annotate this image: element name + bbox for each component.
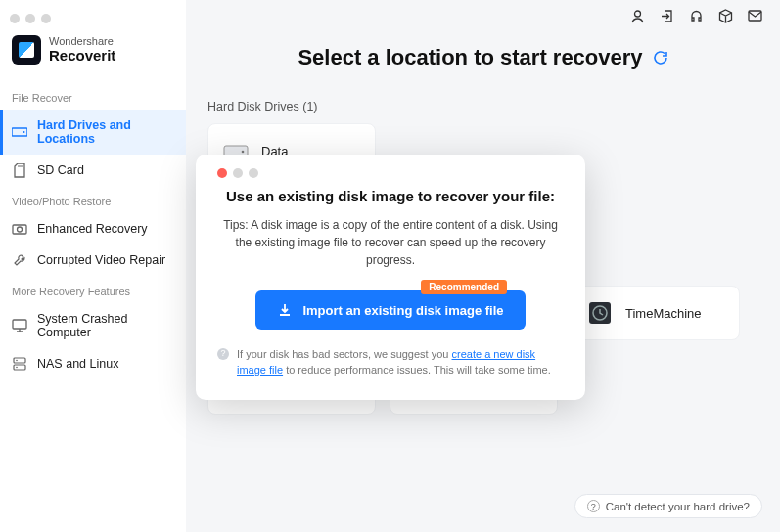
drive-icon bbox=[12, 125, 27, 139]
sdcard-icon bbox=[12, 163, 27, 177]
import-button-label: Import an existing disk image file bbox=[302, 303, 503, 318]
recommended-badge: Recommended bbox=[421, 280, 507, 294]
sidebar-item-sdcard[interactable]: SD Card bbox=[0, 155, 186, 186]
modal-maximize-dot[interactable] bbox=[249, 168, 258, 178]
monitor-icon bbox=[12, 319, 27, 332]
sidebar-item-label: Hard Drives and Locations bbox=[37, 118, 174, 146]
section-more-features: More Recovery Features bbox=[0, 276, 186, 303]
sidebar-item-corrupted-video[interactable]: Corrupted Video Repair bbox=[0, 244, 186, 276]
account-icon[interactable] bbox=[629, 8, 645, 23]
svg-point-8 bbox=[16, 367, 18, 369]
section-file-recover: File Recover bbox=[0, 82, 186, 110]
headset-icon[interactable] bbox=[688, 8, 704, 23]
brand-text: Wondershare Recoverit bbox=[49, 36, 115, 63]
page-title: Select a location to start recovery bbox=[207, 45, 758, 70]
svg-point-3 bbox=[18, 227, 23, 232]
close-dot[interactable] bbox=[10, 14, 20, 23]
sidebar: Wondershare Recoverit File Recover Hard … bbox=[0, 0, 186, 532]
timemachine-icon bbox=[586, 299, 614, 327]
brand-logo: Wondershare Recoverit bbox=[0, 29, 186, 82]
info-icon: ? bbox=[217, 348, 229, 360]
modal-footer: ? If your disk has bad sectors, we sugge… bbox=[217, 347, 564, 378]
page-title-text: Select a location to start recovery bbox=[298, 45, 642, 70]
refresh-icon[interactable] bbox=[653, 50, 668, 66]
sidebar-item-enhanced-recovery[interactable]: Enhanced Recovery bbox=[0, 213, 186, 244]
svg-rect-10 bbox=[749, 11, 761, 21]
camera-icon bbox=[12, 222, 27, 236]
detect-drive-link[interactable]: ? Can't detect your hard drive? bbox=[574, 494, 762, 518]
modal-tip: Tips: A disk image is a copy of the enti… bbox=[217, 216, 564, 269]
login-icon[interactable] bbox=[659, 8, 674, 23]
svg-point-9 bbox=[634, 11, 640, 17]
footer-text: If your disk has bad sectors, we suggest… bbox=[237, 347, 564, 378]
mail-icon[interactable] bbox=[747, 8, 762, 23]
question-icon: ? bbox=[587, 500, 600, 512]
logo-mark-icon bbox=[12, 35, 41, 65]
minimize-dot[interactable] bbox=[25, 14, 35, 23]
modal-close-dot[interactable] bbox=[217, 168, 227, 178]
svg-point-1 bbox=[23, 131, 25, 133]
sidebar-item-label: SD Card bbox=[37, 163, 84, 177]
modal-minimize-dot[interactable] bbox=[233, 168, 243, 178]
footer-post: to reduce performance issues. This will … bbox=[283, 364, 551, 376]
modal-title: Use an existing disk image to recover yo… bbox=[217, 188, 564, 204]
sidebar-item-label: Corrupted Video Repair bbox=[37, 253, 165, 267]
sidebar-item-hard-drives[interactable]: Hard Drives and Locations bbox=[0, 110, 186, 155]
location-card-timemachine[interactable]: TimeMachine bbox=[572, 286, 740, 340]
sidebar-item-label: NAS and Linux bbox=[37, 357, 118, 371]
svg-rect-4 bbox=[13, 320, 26, 329]
svg-point-12 bbox=[242, 151, 245, 154]
modal-window-controls bbox=[217, 168, 564, 178]
svg-rect-5 bbox=[14, 358, 25, 363]
footer-pre: If your disk has bad sectors, we suggest… bbox=[237, 348, 452, 360]
card-label: TimeMachine bbox=[625, 306, 702, 321]
wrench-icon bbox=[12, 253, 27, 267]
server-icon bbox=[12, 357, 27, 371]
import-button-wrap: Recommended Import an existing disk imag… bbox=[217, 290, 564, 330]
brand-name: Recoverit bbox=[49, 48, 115, 64]
maximize-dot[interactable] bbox=[41, 14, 51, 23]
cube-icon[interactable] bbox=[717, 8, 733, 23]
hdd-section-label: Hard Disk Drives (1) bbox=[207, 100, 758, 113]
sidebar-item-label: System Crashed Computer bbox=[37, 312, 174, 339]
sidebar-item-label: Enhanced Recovery bbox=[37, 222, 148, 236]
download-icon bbox=[277, 302, 293, 318]
disk-image-modal: Use an existing disk image to recover yo… bbox=[196, 155, 585, 400]
import-disk-image-button[interactable]: Import an existing disk image file bbox=[255, 290, 525, 330]
brand-top: Wondershare bbox=[49, 35, 114, 47]
window-controls bbox=[0, 8, 186, 29]
svg-rect-6 bbox=[14, 365, 25, 370]
section-video-photo: Video/Photo Restore bbox=[0, 186, 186, 213]
sidebar-item-nas-linux[interactable]: NAS and Linux bbox=[0, 348, 186, 379]
detect-text: Can't detect your hard drive? bbox=[606, 501, 750, 512]
svg-rect-0 bbox=[12, 128, 27, 136]
topbar bbox=[629, 8, 762, 23]
svg-point-7 bbox=[16, 360, 18, 362]
sidebar-item-crashed-computer[interactable]: System Crashed Computer bbox=[0, 303, 186, 348]
